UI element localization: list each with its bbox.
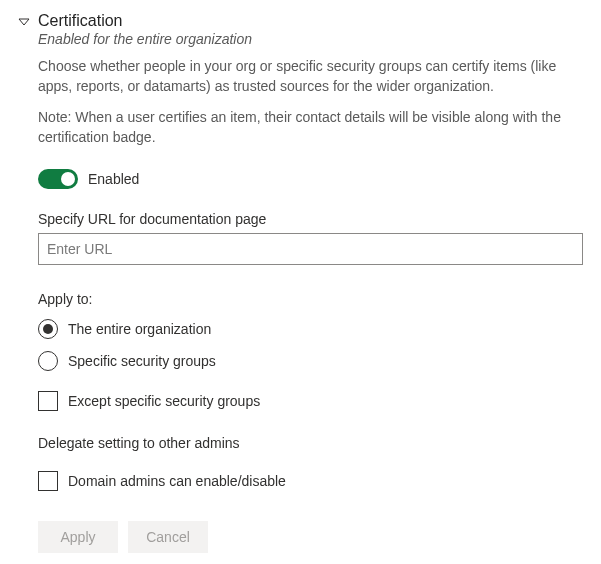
checkbox-domain-admins[interactable]: Domain admins can enable/disable <box>38 471 583 491</box>
delegate-label: Delegate setting to other admins <box>38 435 583 451</box>
section-title: Certification <box>38 12 583 30</box>
enabled-toggle-label: Enabled <box>88 171 139 187</box>
apply-button[interactable]: Apply <box>38 521 118 553</box>
radio-specific-groups[interactable]: Specific security groups <box>38 351 583 371</box>
enabled-toggle[interactable] <box>38 169 78 189</box>
radio-entire-org[interactable]: The entire organization <box>38 319 583 339</box>
radio-label: The entire organization <box>68 321 211 337</box>
url-input[interactable] <box>38 233 583 265</box>
cancel-button[interactable]: Cancel <box>128 521 208 553</box>
section-subtitle: Enabled for the entire organization <box>38 31 583 47</box>
checkbox-except-groups[interactable]: Except specific security groups <box>38 391 583 411</box>
checkbox-label: Except specific security groups <box>68 393 260 409</box>
url-field-label: Specify URL for documentation page <box>38 211 583 227</box>
radio-label: Specific security groups <box>68 353 216 369</box>
checkbox-label: Domain admins can enable/disable <box>68 473 286 489</box>
radio-icon <box>38 351 58 371</box>
checkbox-icon <box>38 471 58 491</box>
collapse-icon[interactable] <box>18 16 30 28</box>
checkbox-icon <box>38 391 58 411</box>
section-note: Note: When a user certifies an item, the… <box>38 108 583 147</box>
apply-to-label: Apply to: <box>38 291 583 307</box>
radio-icon <box>38 319 58 339</box>
section-description: Choose whether people in your org or spe… <box>38 57 583 96</box>
